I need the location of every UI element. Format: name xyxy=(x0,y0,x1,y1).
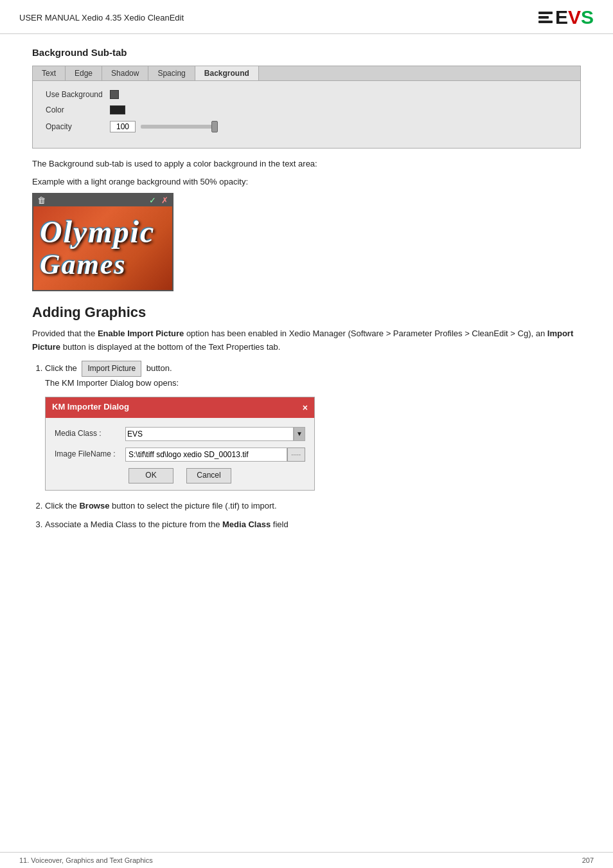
step1-start: Click the xyxy=(45,363,79,373)
olympic-text-area: Olympic Games xyxy=(33,206,172,290)
evs-logo: E V S xyxy=(538,6,594,28)
tab-bar: Text Edge Shadow Spacing Background xyxy=(33,66,580,81)
footer-right: 207 xyxy=(582,856,594,864)
step-2: Click the Browse button to select the pi… xyxy=(45,500,581,513)
color-row: Color xyxy=(46,105,567,114)
logo-v: V xyxy=(568,6,581,28)
logo-e: E xyxy=(555,6,568,28)
olympic-check-icon[interactable]: ✓ xyxy=(149,195,156,205)
step2-end: button to select the picture file (.tif)… xyxy=(109,501,276,511)
olympic-example: 🗑 ✓ ✗ Olympic Games xyxy=(32,193,173,291)
media-class-row: Media Class : ▼ xyxy=(55,427,305,441)
olympic-cross-icon[interactable]: ✗ xyxy=(161,195,168,205)
steps-list: Click the Import Picture button. The KM … xyxy=(45,361,581,532)
use-background-row: Use Background xyxy=(46,90,567,99)
logo-line-2 xyxy=(538,16,549,19)
color-swatch[interactable] xyxy=(110,105,125,114)
olympic-toolbar-trash-icon: 🗑 xyxy=(37,195,46,205)
tab-spacing[interactable]: Spacing xyxy=(148,66,195,80)
step2-text: Click the xyxy=(45,501,79,511)
step-1: Click the Import Picture button. The KM … xyxy=(45,361,581,491)
background-tab-panel: Text Edge Shadow Spacing Background Use … xyxy=(32,66,581,149)
use-background-label: Use Background xyxy=(46,90,110,99)
media-class-select-wrapper: ▼ xyxy=(125,427,305,441)
dialog-body: Media Class : ▼ Image FileName : ····· O… xyxy=(46,418,314,490)
para1-end: button is displayed at the bottom of the… xyxy=(60,342,280,352)
adding-graphics-heading: Adding Graphics xyxy=(32,304,581,321)
tab-edge[interactable]: Edge xyxy=(66,66,102,80)
use-background-checkbox[interactable] xyxy=(110,90,119,99)
olympic-toolbar: 🗑 ✓ ✗ xyxy=(33,194,172,206)
step1-end: button. xyxy=(147,363,172,373)
tab-text[interactable]: Text xyxy=(33,66,66,80)
tab-shadow[interactable]: Shadow xyxy=(102,66,148,80)
description-line2: Example with a light orange background w… xyxy=(32,176,581,188)
opacity-slider[interactable] xyxy=(141,125,218,129)
image-filename-input[interactable] xyxy=(125,448,287,462)
tab-background[interactable]: Background xyxy=(195,66,259,80)
dialog-title: KM Importer Dialog xyxy=(52,401,129,414)
opacity-slider-thumb[interactable] xyxy=(211,121,218,132)
dialog-titlebar: KM Importer Dialog × xyxy=(46,397,314,418)
step3-bold: Media Class xyxy=(222,520,271,529)
tab-background-content: Use Background Color Opacity xyxy=(33,81,580,148)
media-class-input[interactable] xyxy=(125,427,294,441)
olympic-toolbar-actions: ✓ ✗ xyxy=(149,195,168,205)
para1-mid: option has been enabled in Xedio Manager… xyxy=(184,329,547,338)
logo-lines-icon xyxy=(538,12,553,23)
media-class-dropdown-arrow[interactable]: ▼ xyxy=(294,427,305,441)
media-class-label: Media Class : xyxy=(55,428,125,440)
image-filename-row: Image FileName : ····· xyxy=(55,448,305,462)
dialog-buttons: OK Cancel xyxy=(55,468,305,484)
olympic-line2: Games xyxy=(40,249,127,280)
logo-s: S xyxy=(581,6,594,28)
opacity-row: Opacity xyxy=(46,121,567,132)
logo-line-3 xyxy=(538,21,553,23)
logo-line-1 xyxy=(538,12,553,14)
step-3: Associate a Media Class to the picture f… xyxy=(45,518,581,532)
description-line1: The Background sub-tab is used to apply … xyxy=(32,158,581,170)
para1-bold1: Enable Import Picture xyxy=(98,329,184,338)
dialog-close-button[interactable]: × xyxy=(303,401,308,415)
header-title: USER MANUAL Xedio 4.35 Xedio CleanEdit xyxy=(19,13,184,23)
adding-graphics-para1: Provided that the Enable Import Picture … xyxy=(32,327,581,354)
dialog-ok-button[interactable]: OK xyxy=(129,468,173,484)
step3-text: Associate a Media Class to the picture f… xyxy=(45,520,222,529)
opacity-input[interactable] xyxy=(110,121,136,132)
opacity-label: Opacity xyxy=(46,122,110,131)
image-filename-label: Image FileName : xyxy=(55,448,125,460)
page-header: USER MANUAL Xedio 4.35 Xedio CleanEdit E… xyxy=(0,0,613,34)
page-footer: 11. Voiceover, Graphics and Text Graphic… xyxy=(0,852,613,868)
olympic-line1: Olympic xyxy=(40,215,155,249)
main-content: Background Sub-tab Text Edge Shadow Spac… xyxy=(0,34,613,551)
para1-start: Provided that the xyxy=(32,329,98,338)
km-importer-dialog: KM Importer Dialog × Media Class : ▼ Ima… xyxy=(45,397,315,491)
browse-button[interactable]: ····· xyxy=(287,448,305,462)
background-subtab-title: Background Sub-tab xyxy=(32,47,581,58)
step2-bold: Browse xyxy=(79,501,109,511)
dialog-cancel-button[interactable]: Cancel xyxy=(186,468,231,484)
step1-sub: The KM Importer Dialog bow opens: xyxy=(45,378,179,388)
import-picture-button[interactable]: Import Picture xyxy=(82,361,141,377)
color-label: Color xyxy=(46,105,110,114)
step3-end: field xyxy=(271,520,288,529)
footer-left: 11. Voiceover, Graphics and Text Graphic… xyxy=(19,856,153,864)
